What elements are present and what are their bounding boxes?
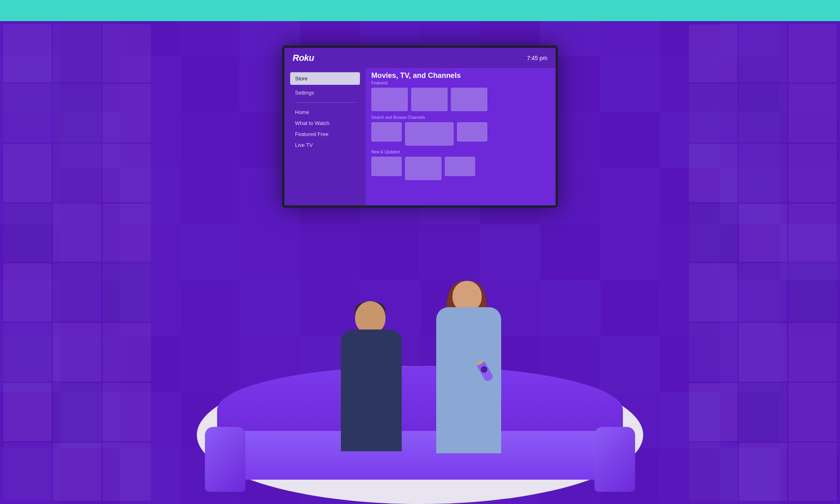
remote-dpad bbox=[480, 365, 489, 374]
tv-body: Store Settings Home What to Watch Featur… bbox=[284, 68, 556, 205]
new-thumb-3[interactable] bbox=[445, 157, 475, 176]
sidebar-divider bbox=[295, 102, 355, 103]
top-bar bbox=[0, 0, 840, 21]
section-label-new: New & Updated bbox=[371, 150, 550, 154]
woman-head bbox=[452, 281, 482, 311]
section-label-browse: Search and Browse Channels bbox=[371, 115, 550, 120]
new-row bbox=[371, 157, 550, 180]
new-thumb-2[interactable] bbox=[405, 157, 442, 180]
browse-row bbox=[371, 122, 550, 146]
featured-thumb-3[interactable] bbox=[451, 88, 487, 111]
tv-header: Roku 7:45 pm bbox=[284, 48, 556, 68]
scene: Roku 7:45 pm Store Settings Home What to… bbox=[0, 21, 840, 504]
featured-row bbox=[371, 88, 550, 111]
tv-content: Movies, TV, and Channels Featured Search… bbox=[366, 68, 556, 205]
content-title: Movies, TV, and Channels bbox=[371, 71, 550, 80]
featured-thumb-1[interactable] bbox=[371, 88, 408, 111]
browse-thumb-2[interactable] bbox=[405, 122, 454, 146]
armrest-right bbox=[594, 427, 635, 492]
section-label-featured: Featured bbox=[371, 81, 550, 85]
remote bbox=[476, 360, 494, 382]
sidebar-item-store[interactable]: Store bbox=[290, 72, 360, 85]
armrest-left bbox=[205, 427, 246, 492]
browse-thumb-1[interactable] bbox=[371, 122, 402, 142]
tv-screen: Roku 7:45 pm Store Settings Home What to… bbox=[282, 45, 558, 208]
man-head bbox=[355, 301, 386, 334]
sidebar-item-live-tv[interactable]: Live TV bbox=[290, 140, 360, 151]
tv-sidebar: Store Settings Home What to Watch Featur… bbox=[284, 68, 366, 205]
remote-top bbox=[477, 360, 483, 365]
person-man bbox=[331, 297, 412, 451]
woman-body bbox=[436, 307, 501, 453]
woman-arm bbox=[461, 344, 498, 396]
roku-logo: Roku bbox=[293, 53, 314, 63]
sidebar-item-what-to-watch[interactable]: What to Watch bbox=[290, 118, 360, 129]
sidebar-item-featured-free[interactable]: Featured Free bbox=[290, 129, 360, 140]
people bbox=[319, 289, 521, 451]
sidebar-item-home[interactable]: Home bbox=[290, 107, 360, 118]
browse-thumb-3[interactable] bbox=[457, 122, 487, 142]
man-body bbox=[341, 330, 402, 451]
sidebar-item-settings[interactable]: Settings bbox=[290, 87, 360, 98]
featured-thumb-2[interactable] bbox=[411, 88, 448, 111]
tv-time: 7:45 pm bbox=[527, 55, 547, 61]
new-thumb-1[interactable] bbox=[371, 157, 402, 176]
person-woman bbox=[424, 281, 521, 451]
